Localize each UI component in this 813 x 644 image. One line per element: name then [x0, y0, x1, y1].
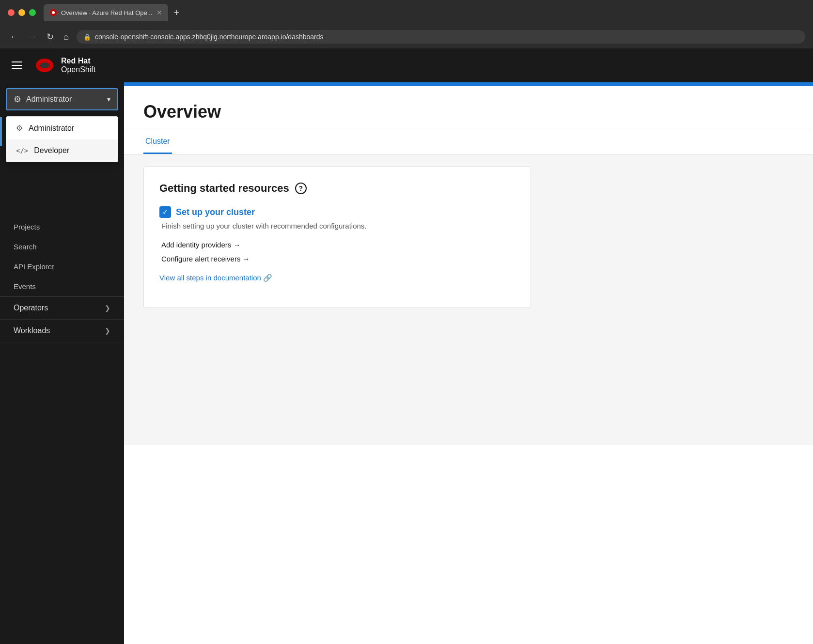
card-title: Getting started resources — [159, 182, 289, 195]
sidebar-section-workloads: Workloads ❯ — [0, 320, 124, 342]
reload-button[interactable]: ↻ — [45, 30, 56, 44]
address-text: console-openshift-console.apps.zhbq0jig.… — [95, 33, 324, 41]
sidebar-operators-toggle[interactable]: Operators ❯ — [0, 297, 124, 319]
sidebar-nav-section: Projects Search API Explorer Events — [0, 217, 124, 297]
logo-area: Red Hat OpenShift — [34, 55, 95, 76]
app-header: Red Hat OpenShift — [0, 48, 813, 82]
tab-bar: Overview · Azure Red Hat Ope... ✕ + — [44, 4, 805, 21]
developer-icon: </> — [16, 147, 28, 154]
cluster-item-header: ✓ Set up your cluster — [159, 206, 515, 218]
perspective-dropdown: ⚙ Administrator </> Developer — [6, 116, 118, 162]
redhat-logo — [34, 55, 55, 76]
sidebar-item-projects[interactable]: Projects — [0, 217, 124, 237]
sidebar-item-search[interactable]: Search — [0, 237, 124, 257]
view-docs-link[interactable]: View all steps in documentation 🔗 — [159, 274, 515, 282]
page-title-section: Overview — [124, 86, 813, 130]
content-area: Overview Cluster Getting started resourc… — [124, 86, 813, 445]
chevron-down-icon: ▾ — [107, 95, 110, 103]
developer-label: Developer — [34, 146, 69, 155]
administrator-label: Administrator — [29, 124, 74, 133]
cluster-setup-item: ✓ Set up your cluster Finish setting up … — [159, 206, 515, 282]
forward-button[interactable]: → — [26, 30, 39, 44]
sidebar-item-api-explorer[interactable]: API Explorer — [0, 257, 124, 276]
sidebar-workloads-toggle[interactable]: Workloads ❯ — [0, 320, 124, 342]
address-bar[interactable]: 🔒 console-openshift-console.apps.zhbq0ji… — [77, 30, 805, 44]
identity-providers-link[interactable]: Add identity providers → — [161, 238, 515, 252]
brand-text: Red Hat OpenShift — [61, 57, 95, 74]
main-content-header-bar — [124, 82, 813, 86]
cluster-links: Add identity providers → Configure alert… — [159, 238, 515, 266]
page-tabs: Cluster — [124, 130, 813, 154]
svg-point-1 — [52, 11, 55, 14]
alert-receivers-link[interactable]: Configure alert receivers → — [161, 252, 515, 266]
card-title-row: Getting started resources ? — [159, 182, 515, 195]
browser-tab-active[interactable]: Overview · Azure Red Hat Ope... ✕ — [44, 4, 168, 21]
tab-title: Overview · Azure Red Hat Ope... — [61, 9, 153, 16]
page-content: Getting started resources ? ✓ Set up you… — [124, 154, 813, 445]
back-button[interactable]: ← — [8, 30, 20, 44]
administrator-icon: ⚙ — [16, 123, 23, 133]
cluster-item-desc: Finish setting up your cluster with reco… — [159, 222, 515, 230]
svg-point-3 — [40, 62, 49, 68]
getting-started-card: Getting started resources ? ✓ Set up you… — [143, 166, 531, 308]
tab-favicon — [49, 9, 57, 16]
gear-icon: ⚙ — [14, 94, 21, 105]
brand-top: Red Hat — [61, 57, 95, 65]
sidebar: ⚙ Administrator ▾ ⚙ Administrator </> De… — [0, 82, 124, 644]
tab-close-icon[interactable]: ✕ — [156, 9, 162, 16]
home-button[interactable]: ⌂ — [62, 30, 71, 44]
new-tab-button[interactable]: + — [170, 5, 184, 20]
main-content: Overview Cluster Getting started resourc… — [124, 82, 813, 644]
tab-cluster[interactable]: Cluster — [143, 130, 172, 154]
sidebar-section-operators: Operators ❯ — [0, 297, 124, 320]
cluster-item-title[interactable]: Set up your cluster — [176, 207, 255, 217]
help-icon[interactable]: ? — [295, 183, 307, 194]
minimize-button[interactable] — [18, 9, 25, 16]
hamburger-menu[interactable] — [10, 60, 24, 71]
sidebar-accent-bar — [0, 117, 2, 146]
dropdown-item-administrator[interactable]: ⚙ Administrator — [6, 117, 118, 139]
maximize-button[interactable] — [29, 9, 36, 16]
workloads-chevron-icon: ❯ — [105, 327, 110, 335]
perspective-selector[interactable]: ⚙ Administrator ▾ — [6, 88, 118, 110]
page-title: Overview — [143, 102, 794, 122]
dropdown-item-developer[interactable]: </> Developer — [6, 139, 118, 162]
sidebar-item-events[interactable]: Events — [0, 276, 124, 296]
close-button[interactable] — [8, 9, 15, 16]
check-icon: ✓ — [159, 206, 171, 218]
operators-chevron-icon: ❯ — [105, 304, 110, 312]
traffic-lights[interactable] — [8, 9, 36, 16]
perspective-label: Administrator — [26, 95, 102, 104]
brand-bottom: OpenShift — [61, 65, 95, 74]
sidebar-nav: Projects Search API Explorer Events Oper… — [0, 213, 124, 346]
lock-icon: 🔒 — [83, 33, 91, 41]
